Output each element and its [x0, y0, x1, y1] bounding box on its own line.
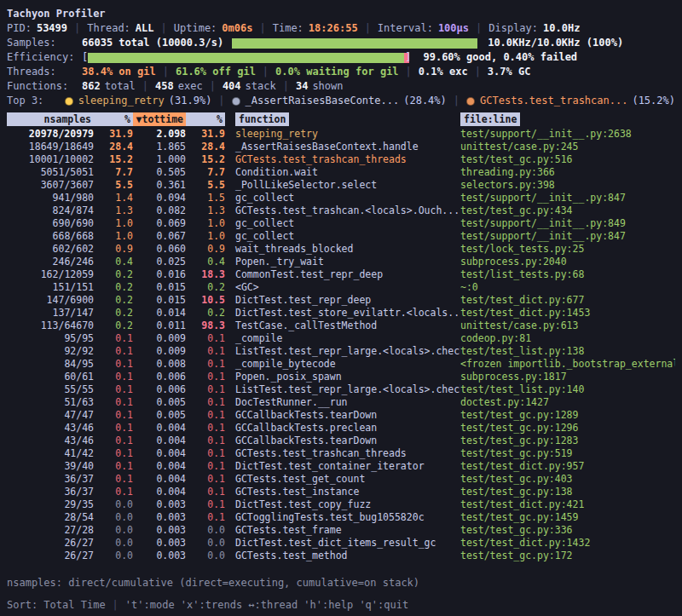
legend-line: nsamples: direct/cumulative (direct=exec…: [7, 576, 675, 590]
nsamples-cell: 20978/20979: [7, 128, 94, 141]
tottime-cell: 0.009: [133, 345, 186, 358]
table-row[interactable]: 3607/36075.50.3615.5_PollLikeSelector.se…: [7, 179, 675, 192]
function-stat: 862total: [82, 80, 136, 92]
table-row[interactable]: 147/69000.20.01510.5DictTest.test_repr_d…: [7, 294, 675, 307]
table-row[interactable]: 60/610.10.0060.1Popen._posix_spawnsubpro…: [7, 371, 675, 383]
table-row[interactable]: 941/9801.40.0941.5gc_collecttest/support…: [7, 192, 675, 204]
nsamples-cell: 36/37: [7, 486, 94, 498]
top3-entries: sleeping_retry(31.9%)|_AssertRaisesBaseC…: [65, 94, 675, 108]
col-header-pct-direct[interactable]: %: [94, 112, 133, 126]
top-function-pct: (15.2%): [632, 94, 675, 108]
table-body: 20978/2097931.92.09831.9sleeping_retryte…: [7, 128, 675, 562]
top-function[interactable]: _AssertRaisesBaseConte...(28.4%): [232, 94, 447, 108]
function-cell: ListTest.test_repr_large.<locals>.check: [225, 345, 460, 358]
table-row[interactable]: 43/460.10.0040.1GCCallbackTests.preclean…: [7, 422, 675, 435]
top3-row: Top 3: sleeping_retry(31.9%)|_AssertRais…: [7, 94, 675, 108]
table-row[interactable]: 602/6020.90.0600.9wait_threads_blockedte…: [7, 243, 675, 256]
function-cell: GCTests.test_trashcan_threads: [225, 447, 460, 460]
fileline-cell: ~:0: [460, 281, 675, 294]
fileline-cell: test/test_dict.py:957: [460, 460, 675, 473]
pct-cum-cell: 1.0: [186, 217, 225, 230]
nsamples-cell: 18649/18649: [7, 141, 94, 153]
table-row[interactable]: 26/270.00.0030.0GCTests.test_methodtest/…: [7, 550, 675, 562]
pct-cum-cell: 0.0: [186, 550, 225, 562]
table-row[interactable]: 18649/1864928.41.86528.4_AssertRaisesBas…: [7, 141, 675, 153]
table-row[interactable]: 51/630.10.0050.1DocTestRunner.__rundocte…: [7, 396, 675, 409]
nsamples-cell: 84/95: [7, 358, 94, 371]
pct-direct-cell: 28.4: [94, 141, 133, 153]
pct-direct-cell: 0.1: [94, 358, 133, 371]
table-row[interactable]: 55/550.10.0060.1ListTest.test_repr_large…: [7, 383, 675, 396]
separator: |: [259, 21, 265, 36]
col-header-pct-direct-text: %: [94, 112, 133, 126]
threads-label: Threads:: [7, 65, 82, 79]
separator: |: [142, 80, 148, 92]
tachyon-profiler-window: Tachyon Profiler PID:53499 | Thread:ALL …: [0, 0, 682, 616]
col-header-fileline[interactable]: file:line: [460, 112, 675, 126]
pct-direct-cell: 1.3: [94, 204, 133, 217]
legend-text: nsamples: direct/cumulative (direct=exec…: [7, 576, 419, 590]
pct-direct-cell: 0.1: [94, 422, 133, 435]
col-header-function[interactable]: function: [225, 112, 460, 126]
thread-stat[interactable]: Thread:ALL: [87, 21, 153, 36]
nsamples-cell: 147/6900: [7, 294, 94, 307]
separator: |: [163, 66, 169, 78]
table-row[interactable]: 95/950.10.0090.1_compilecodeop.py:81: [7, 332, 675, 345]
table-row[interactable]: 162/120590.20.01618.3CommonTest.test_rep…: [7, 268, 675, 281]
samples-row: Samples: 66035 total (10000.3/s) 10.0KHz…: [7, 36, 675, 50]
bracket-close: ]: [405, 50, 411, 65]
table-row[interactable]: 824/8741.30.0821.3GCTests.test_trashcan.…: [7, 204, 675, 217]
pct-cum-cell: 1.5: [186, 192, 225, 204]
table-row[interactable]: 137/1470.20.0140.2DictTest.test_store_ev…: [7, 307, 675, 320]
tottime-cell: 0.005: [133, 409, 186, 422]
top-function-pct: (28.4%): [403, 94, 447, 108]
tottime-cell: 0.067: [133, 230, 186, 243]
pct-direct-cell: 0.2: [94, 281, 133, 294]
table-row[interactable]: 668/6681.00.0671.0gc_collecttest/support…: [7, 230, 675, 243]
top-function[interactable]: GCTests.test_trashcan...(15.2%): [466, 94, 675, 108]
pct-direct-cell: 0.0: [94, 498, 133, 511]
table-row[interactable]: 92/920.10.0090.1ListTest.test_repr_large…: [7, 345, 675, 358]
tottime-cell: 0.094: [133, 192, 186, 204]
col-header-pct-cum[interactable]: %: [186, 112, 225, 126]
pid-stat: PID:53499: [7, 21, 67, 36]
table-row[interactable]: 39/400.10.0040.1DictTest.test_container_…: [7, 460, 675, 473]
table-row[interactable]: 151/1510.20.0150.2<GC>~:0: [7, 281, 675, 294]
table-row[interactable]: 113/646700.20.01198.3TestCase._callTestM…: [7, 320, 675, 332]
table-row[interactable]: 84/950.10.0080.1_compile_bytecode<frozen…: [7, 358, 675, 371]
table-row[interactable]: 26/270.00.0030.0DictTest.test_dict_items…: [7, 537, 675, 550]
separator: |: [365, 21, 371, 36]
tottime-cell: 0.004: [133, 460, 186, 473]
fileline-cell: unittest/case.py:245: [460, 141, 675, 153]
nsamples-cell: 26/27: [7, 550, 94, 562]
table-row[interactable]: 36/370.10.0040.1GCTests.test_instancetes…: [7, 486, 675, 498]
tottime-cell: 0.005: [133, 396, 186, 409]
table-row[interactable]: 10001/1000215.21.00015.2GCTests.test_tra…: [7, 153, 675, 166]
top-function[interactable]: sleeping_retry(31.9%): [65, 94, 212, 108]
col-header-tottime[interactable]: ▼tottime: [133, 112, 186, 126]
table-row[interactable]: 246/2460.40.0250.4Popen._try_waitsubproc…: [7, 256, 675, 268]
pct-direct-cell: 0.2: [94, 320, 133, 332]
table-row[interactable]: 47/470.10.0050.1GCCallbackTests.tearDown…: [7, 409, 675, 422]
pct-direct-cell: 0.0: [94, 511, 133, 524]
table-row[interactable]: 41/420.10.0040.1GCTests.test_trashcan_th…: [7, 447, 675, 460]
tottime-cell: 0.004: [133, 447, 186, 460]
table-row[interactable]: 29/350.00.0030.1DictTest.test_copy_fuzzt…: [7, 498, 675, 511]
table-row[interactable]: 20978/2097931.92.09831.9sleeping_retryte…: [7, 128, 675, 141]
time-value: 18:26:55: [309, 22, 358, 34]
function-cell: GCTests.test_trashcan.<locals>.Ouch....: [225, 204, 460, 217]
pct-direct-cell: 0.1: [94, 447, 133, 460]
table-row[interactable]: 690/6901.00.0691.0gc_collecttest/support…: [7, 217, 675, 230]
fileline-cell: test/support/__init__.py:2638: [460, 128, 675, 141]
pct-cum-cell: 5.5: [186, 179, 225, 192]
stat-label: shown: [312, 80, 343, 92]
time-stat: Time:18:26:55: [273, 21, 358, 36]
pct-direct-cell: 15.2: [94, 153, 133, 166]
table-row[interactable]: 36/370.10.0040.1GCTests.test_get_countte…: [7, 473, 675, 486]
table-row[interactable]: 43/460.10.0040.1GCCallbackTests.tearDown…: [7, 435, 675, 447]
tottime-cell: 0.016: [133, 268, 186, 281]
table-row[interactable]: 27/280.00.0030.0GCTests.test_frametest/t…: [7, 524, 675, 537]
table-row[interactable]: 5051/50517.70.5057.7Condition.waitthread…: [7, 166, 675, 179]
table-row[interactable]: 28/540.00.0030.1GCTogglingTests.test_bug…: [7, 511, 675, 524]
col-header-nsamples[interactable]: nsamples: [7, 112, 94, 126]
